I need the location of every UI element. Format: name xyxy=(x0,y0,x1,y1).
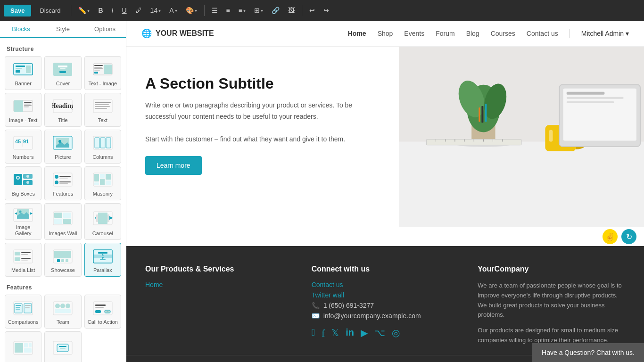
block-item-cover[interactable]: Cover xyxy=(44,56,81,90)
svg-rect-105 xyxy=(60,309,66,313)
svg-rect-74 xyxy=(96,214,98,222)
block-item-numbers[interactable]: 4591 Numbers xyxy=(5,130,41,164)
nav-user[interactable]: Mitchell Admin ▾ xyxy=(581,30,629,37)
sidebar: Blocks Style Options Structure Banner xyxy=(0,21,126,362)
nav-home[interactable]: Home xyxy=(348,30,366,37)
site-nav: Home Shop Events Forum Blog Courses Cont… xyxy=(348,29,629,38)
svg-rect-15 xyxy=(104,65,112,74)
phone-number: 1 (650) 691-3277 xyxy=(323,302,374,309)
svg-rect-7 xyxy=(60,68,66,69)
block-label-big-boxes: Big Boxes xyxy=(11,191,35,197)
block-item-picture[interactable]: Picture xyxy=(44,130,81,164)
bold-button[interactable]: B xyxy=(95,5,106,16)
redo-button[interactable]: ↪ xyxy=(320,5,332,16)
floating-refresh-button[interactable]: ↻ xyxy=(621,229,636,244)
block-item-image-gallery[interactable]: ◀▶ Image Gallery xyxy=(5,203,41,240)
svg-rect-38 xyxy=(100,138,105,148)
block-label-parallax: Parallax xyxy=(93,267,112,273)
edit-tool-button[interactable]: ✏️ ▾ xyxy=(75,5,93,16)
svg-rect-92 xyxy=(100,259,106,260)
svg-text:→: → xyxy=(106,310,108,313)
facebook-social[interactable]: f xyxy=(322,327,325,339)
instagram-social[interactable]: ◎ xyxy=(392,327,400,339)
learn-more-button[interactable]: Learn more xyxy=(145,156,202,175)
svg-rect-58 xyxy=(100,179,105,185)
block-item-showcase[interactable]: Showcase xyxy=(44,243,81,277)
nav-shop[interactable]: Shop xyxy=(378,30,393,37)
floating-emoji-button[interactable]: ✌️ xyxy=(603,229,618,244)
block-item-columns[interactable]: Columns xyxy=(84,130,121,164)
nav-blog[interactable]: Blog xyxy=(466,30,479,37)
toolbar-separator2 xyxy=(204,5,205,16)
italic-button[interactable]: I xyxy=(108,5,117,16)
link-button[interactable]: 🔗 xyxy=(268,5,283,16)
discard-button[interactable]: Discard xyxy=(33,5,67,16)
svg-rect-134 xyxy=(549,130,553,141)
svg-point-64 xyxy=(19,211,22,213)
block-item-image-text[interactable]: Image - Text xyxy=(5,93,41,127)
tab-options[interactable]: Options xyxy=(84,21,126,38)
svg-rect-79 xyxy=(21,252,31,253)
chat-widget[interactable]: Have a Question? Chat with us. xyxy=(532,343,644,362)
save-button[interactable]: Save xyxy=(4,5,31,16)
image-button[interactable]: 🖼 xyxy=(285,5,298,16)
block-item-masonry[interactable]: Masonry xyxy=(84,166,121,200)
nav-events[interactable]: Events xyxy=(404,30,424,37)
font-color-button[interactable]: A ▾ xyxy=(166,5,180,16)
tab-style[interactable]: Style xyxy=(42,21,84,38)
svg-rect-8 xyxy=(59,71,66,73)
features-icon xyxy=(47,171,79,189)
tab-blocks[interactable]: Blocks xyxy=(0,21,42,38)
sidebar-tabs: Blocks Style Options xyxy=(0,21,126,38)
text-bg-button[interactable]: 🎨 ▾ xyxy=(182,5,200,16)
extra2-icon xyxy=(47,336,79,360)
block-item-text-image[interactable]: Text - Image xyxy=(84,56,121,90)
svg-rect-20 xyxy=(24,105,32,106)
block-item-parallax[interactable]: Parallax xyxy=(84,243,121,277)
underline-button[interactable]: U xyxy=(118,5,130,16)
highlight-button[interactable]: 🖊 xyxy=(132,5,145,16)
footer-col1: Our Products & Services Home xyxy=(145,265,293,346)
footer-link-twitter-wall[interactable]: Twitter wall xyxy=(312,291,459,299)
font-size-button[interactable]: 14 ▾ xyxy=(147,5,165,16)
svg-point-102 xyxy=(55,304,60,308)
footer-link-home[interactable]: Home xyxy=(145,281,293,288)
svg-rect-6 xyxy=(58,66,67,67)
block-label-banner: Banner xyxy=(15,81,31,87)
youtube-social[interactable]: ▶ xyxy=(361,327,368,339)
nav-courses[interactable]: Courses xyxy=(491,30,515,37)
svg-rect-28 xyxy=(95,108,107,109)
align-button[interactable]: ≡ ▾ xyxy=(235,5,249,16)
nav-forum[interactable]: Forum xyxy=(436,30,454,37)
block-item-features[interactable]: Features xyxy=(44,166,81,200)
github-social[interactable]: ⌥ xyxy=(374,327,385,339)
site-footer: Our Products & Services Home Connect wit… xyxy=(126,246,644,355)
svg-rect-103 xyxy=(55,309,60,313)
block-item-banner[interactable]: Banner xyxy=(5,56,41,90)
svg-rect-1 xyxy=(16,66,25,67)
block-label-masonry: Masonry xyxy=(93,191,113,197)
svg-rect-27 xyxy=(95,106,110,107)
unordered-list-button[interactable]: ☰ xyxy=(208,5,221,16)
block-item-images-wall[interactable]: Images Wall xyxy=(44,203,81,240)
block-item-team[interactable]: Team xyxy=(44,295,81,329)
ordered-list-button[interactable]: ≡ xyxy=(223,5,233,16)
block-item-big-boxes[interactable]: Big Boxes xyxy=(5,166,41,200)
block-item-comparisons[interactable]: Comparisons xyxy=(5,295,41,329)
block-item-text[interactable]: Text xyxy=(84,93,121,127)
facebook-icon[interactable]:  xyxy=(312,327,315,339)
svg-point-106 xyxy=(66,304,70,308)
block-item-title[interactable]: Heading Title xyxy=(44,93,81,127)
footer-link-contact[interactable]: Contact us xyxy=(312,281,459,288)
block-item-extra1[interactable] xyxy=(5,331,41,362)
table-button[interactable]: ⊞ ▾ xyxy=(251,5,266,16)
block-item-carousel[interactable]: ◀▶ Carousel xyxy=(84,203,121,240)
numbers-icon: 4591 xyxy=(7,134,39,152)
nav-contact[interactable]: Contact us xyxy=(527,30,558,37)
block-item-extra2[interactable] xyxy=(44,331,81,362)
undo-button[interactable]: ↩ xyxy=(306,5,318,16)
block-item-media-list[interactable]: Media List xyxy=(5,243,41,277)
twitter-social[interactable]: 𝕏 xyxy=(331,327,339,339)
block-item-call-to-action[interactable]: → Call to Action xyxy=(84,295,121,329)
linkedin-social[interactable]: in xyxy=(346,327,354,339)
